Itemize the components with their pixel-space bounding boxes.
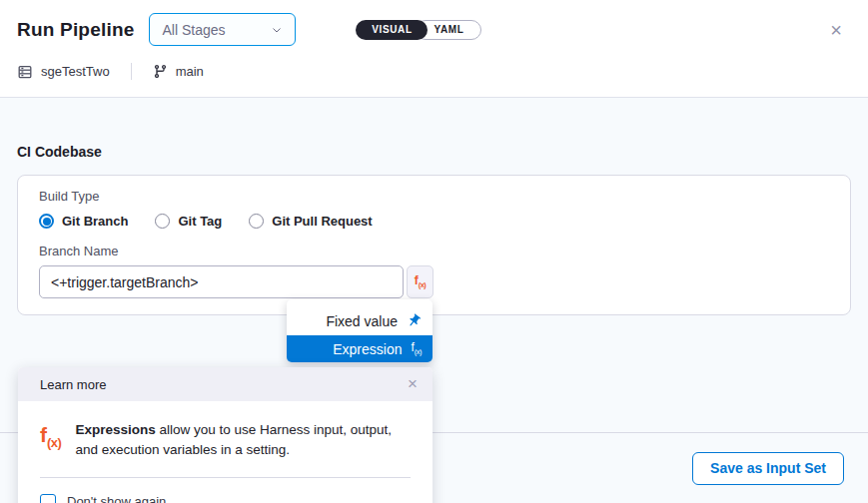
git-branch-icon — [153, 64, 168, 79]
radio-git-branch-control[interactable] — [39, 214, 54, 229]
ci-codebase-card: Build Type Git Branch Git Tag Git Pull R… — [17, 175, 851, 315]
branch-name-input[interactable] — [39, 265, 404, 298]
build-type-radio-group: Git Branch Git Tag Git Pull Request — [39, 214, 829, 229]
stages-select[interactable]: All Stages — [149, 13, 296, 46]
section-title-ci-codebase: CI Codebase — [17, 144, 851, 160]
repository-icon — [17, 64, 33, 80]
divider — [131, 63, 132, 80]
radio-git-branch[interactable]: Git Branch — [39, 214, 128, 229]
pin-icon — [404, 310, 425, 331]
repo-name: sgeTestTwo — [41, 64, 110, 79]
fx-icon: f(x) — [411, 340, 422, 356]
save-as-input-set-button[interactable]: Save as Input Set — [692, 452, 844, 485]
radio-git-pull-request[interactable]: Git Pull Request — [249, 214, 372, 229]
popover-header: Learn more × — [18, 367, 433, 401]
radio-git-pull-request-control[interactable] — [249, 214, 264, 229]
page-title: Run Pipeline — [17, 19, 134, 41]
menu-item-fixed-value-label: Fixed value — [326, 313, 398, 329]
radio-git-tag-control[interactable] — [155, 214, 170, 229]
chevron-down-icon — [271, 24, 283, 36]
popover-description: Expressions allow you to use Harness inp… — [75, 420, 409, 461]
stages-select-value: All Stages — [162, 22, 225, 38]
visual-yaml-toggle: YAML VISUAL — [356, 20, 481, 40]
build-type-label: Build Type — [39, 189, 829, 204]
dont-show-again-option[interactable]: Don't show again — [40, 494, 411, 503]
radio-git-tag[interactable]: Git Tag — [155, 214, 222, 229]
radio-git-branch-label: Git Branch — [62, 214, 128, 229]
close-icon[interactable]: × — [828, 23, 844, 37]
fx-icon-large: f(x) — [40, 423, 61, 461]
expression-fx-button[interactable]: f(x) — [407, 265, 434, 298]
divider — [40, 477, 411, 478]
menu-item-expression-label: Expression — [333, 341, 402, 357]
menu-item-expression[interactable]: Expression f(x) — [287, 335, 433, 362]
dont-show-again-label: Don't show again — [67, 494, 166, 503]
radio-git-pull-request-label: Git Pull Request — [272, 214, 372, 229]
learn-more-popover: Learn more × f(x) Expressions allow you … — [18, 367, 433, 503]
menu-item-fixed-value[interactable]: Fixed value — [287, 306, 433, 335]
modal-header: Run Pipeline All Stages YAML VISUAL × sg… — [0, 0, 868, 98]
value-type-menu: Fixed value Expression f(x) — [287, 299, 433, 362]
modal-content: CI Codebase Build Type Git Branch Git Ta… — [0, 98, 868, 315]
branch-name-label: Branch Name — [39, 244, 829, 258]
dont-show-again-checkbox[interactable] — [40, 494, 56, 503]
radio-git-tag-label: Git Tag — [178, 214, 222, 229]
popover-title: Learn more — [40, 377, 106, 392]
branch-name: main — [176, 64, 204, 79]
tab-visual[interactable]: VISUAL — [356, 20, 428, 40]
popover-close-icon[interactable]: × — [408, 378, 418, 390]
run-pipeline-modal: Run Pipeline All Stages YAML VISUAL × sg… — [0, 0, 868, 503]
